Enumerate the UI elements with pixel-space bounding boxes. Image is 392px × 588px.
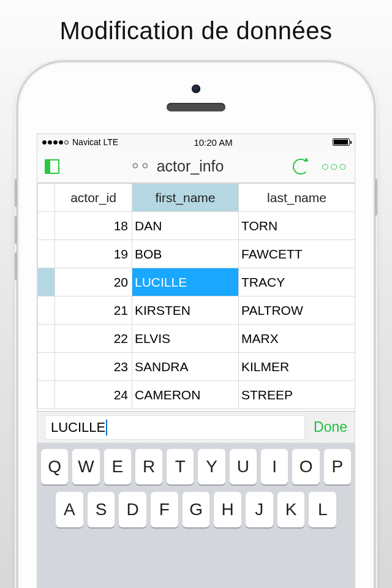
key-p[interactable]: P [324,449,351,484]
key-l[interactable]: L [309,492,336,527]
key-r[interactable]: R [135,449,162,484]
cell-actor-id[interactable]: 21 [55,296,132,325]
cell-first-name[interactable]: KIRSTEN [132,296,239,325]
cell-actor-id[interactable]: 23 [55,353,132,381]
cell-edit-input[interactable]: LUCILLE [45,415,305,440]
cell-first-name[interactable]: SANDRA [132,353,239,381]
key-d[interactable]: D [119,492,146,527]
table-row[interactable]: 19BOBFAWCETT [38,240,355,268]
data-grid[interactable]: actor_id first_name last_name 18DANTORN1… [37,183,355,409]
glasses-icon: ⚬⚬ [129,157,148,176]
text-caret [106,420,107,435]
key-k[interactable]: K [277,492,305,527]
key-g[interactable]: G [183,492,210,527]
row-gutter[interactable] [38,381,55,409]
key-h[interactable]: H [214,492,241,527]
cell-actor-id[interactable]: 20 [55,268,132,296]
row-gutter[interactable] [38,240,55,268]
cell-last-name[interactable]: STREEP [239,381,355,409]
nav-bar: ⚬⚬ actor_info ○○○ [37,150,355,183]
key-q[interactable]: Q [41,449,68,484]
cell-last-name[interactable]: TRACY [239,268,355,296]
page-title: actor_info [157,157,224,175]
cell-last-name[interactable]: KILMER [239,353,355,381]
speaker-grill [167,103,225,111]
cell-actor-id[interactable]: 22 [55,325,132,353]
more-icon[interactable]: ○○○ [321,159,347,175]
table-row[interactable]: 22ELVISMARX [38,325,355,353]
cell-first-name[interactable]: LUCILLE [132,268,239,296]
key-s[interactable]: S [88,492,115,527]
table-row[interactable]: 24CAMERONSTREEP [38,381,355,409]
key-w[interactable]: W [72,449,99,484]
key-t[interactable]: T [167,449,194,484]
cell-actor-id[interactable]: 19 [55,240,132,268]
row-gutter[interactable] [38,325,55,353]
table-row[interactable]: 23SANDRAKILMER [38,353,355,381]
cell-first-name[interactable]: BOB [132,240,239,268]
cell-actor-id[interactable]: 18 [55,212,132,240]
app-screen: Navicat LTE 10:20 AM ⚬⚬ actor_info ○○○ a… [37,134,355,588]
col-header-last-name[interactable]: last_name [239,184,355,212]
gutter-header [38,184,55,212]
cell-first-name[interactable]: CAMERON [132,381,239,409]
done-button[interactable]: Done [314,419,347,435]
cell-last-name[interactable]: TORN [239,212,355,240]
key-u[interactable]: U [230,449,257,484]
key-o[interactable]: O [292,449,319,484]
cell-edit-bar: LUCILLE Done [37,411,355,443]
marketing-headline: Modification de données [0,0,392,45]
key-j[interactable]: J [246,492,273,527]
refresh-icon[interactable] [293,159,309,175]
on-screen-keyboard: QWERTYUIOP ASDFGHJKL [37,443,355,588]
key-i[interactable]: I [261,449,288,484]
key-a[interactable]: A [56,492,83,527]
clock: 10:20 AM [94,137,333,148]
cell-first-name[interactable]: ELVIS [132,325,239,353]
col-header-first-name[interactable]: first_name [132,184,239,212]
header-row: actor_id first_name last_name [38,184,355,212]
col-header-actor-id[interactable]: actor_id [55,184,132,212]
cell-first-name[interactable]: DAN [132,212,239,240]
cell-last-name[interactable]: FAWCETT [239,240,355,268]
key-e[interactable]: E [104,449,131,484]
row-gutter[interactable] [38,212,55,240]
row-gutter[interactable] [38,353,55,381]
key-f[interactable]: F [151,492,178,527]
table-row[interactable]: 20LUCILLETRACY [38,268,355,296]
cell-last-name[interactable]: MARX [239,325,355,353]
battery-icon [333,138,350,146]
status-bar: Navicat LTE 10:20 AM [37,134,355,150]
cell-last-name[interactable]: PALTROW [239,296,355,325]
table-row[interactable]: 18DANTORN [38,212,355,240]
key-y[interactable]: Y [198,449,225,484]
device-frame: Navicat LTE 10:20 AM ⚬⚬ actor_info ○○○ a… [18,62,374,588]
row-gutter[interactable] [38,268,55,296]
cell-edit-value: LUCILLE [51,420,105,435]
table-row[interactable]: 21KIRSTENPALTROW [38,296,355,325]
row-gutter[interactable] [38,296,55,325]
camera-dot [192,85,200,93]
cell-actor-id[interactable]: 24 [55,381,132,409]
signal-strength-icon [42,140,69,145]
sidebar-toggle-icon[interactable] [45,159,59,174]
